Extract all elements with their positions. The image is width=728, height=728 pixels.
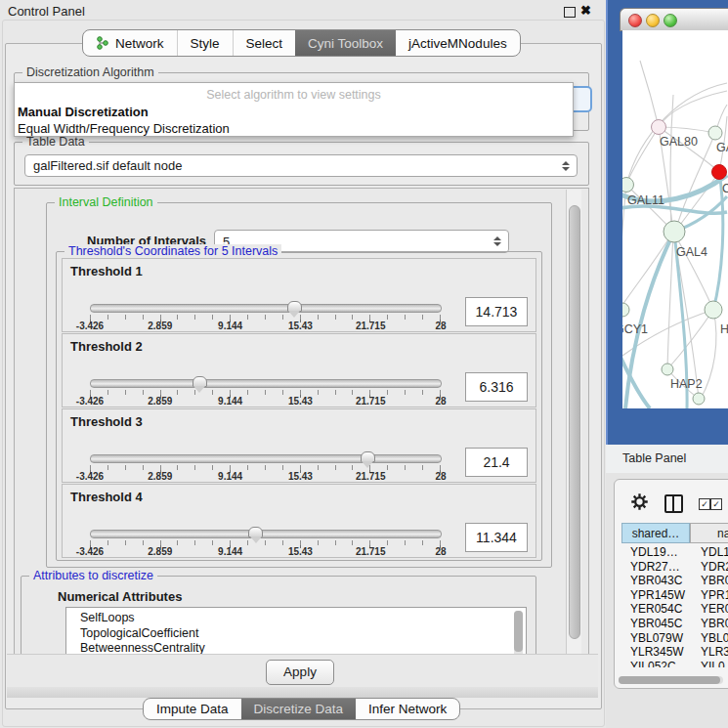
network-canvas[interactable]: GAL80 GA C GAL11 GAL4 GCY1 H HAP2	[622, 30, 728, 408]
network-node[interactable]	[662, 364, 673, 375]
close-icon[interactable]: ✖	[580, 3, 591, 18]
attribute-item[interactable]: SelfLoops	[66, 611, 526, 626]
threshold-value-field[interactable]: 11.344	[465, 523, 528, 552]
threshold-value-field[interactable]: 6.316	[465, 372, 528, 402]
threshold-slider[interactable]	[90, 304, 442, 313]
threshold-value-field[interactable]: 21.4	[465, 448, 528, 477]
tab-style[interactable]: Style	[177, 30, 233, 56]
group-title: Table Data	[22, 135, 89, 149]
scrollbar-thumb[interactable]	[619, 676, 720, 684]
table-cell: YDR27…	[630, 560, 680, 575]
table-cell: YDR2	[701, 560, 728, 575]
threshold-slider[interactable]	[90, 379, 442, 388]
threshold-value-field[interactable]: 14.713	[465, 297, 528, 326]
screen: Control Panel ✖ Network Style Select Cyn…	[0, 0, 728, 728]
tick-label: -3.426	[76, 396, 104, 407]
tab-network[interactable]: Network	[83, 30, 177, 56]
table-cell: YER0	[701, 602, 728, 617]
slider-thumb[interactable]	[361, 451, 375, 462]
slider-thumb[interactable]	[287, 301, 302, 312]
table-row[interactable]: YIL052CYIL0	[615, 660, 728, 667]
tab-label: Cyni Toolbox	[308, 36, 383, 51]
column-layout-icon[interactable]	[664, 494, 683, 513]
table-panel-titlebar: Table Panel	[606, 445, 728, 474]
slider-minor-ticks	[90, 540, 441, 545]
tab-discretize-data[interactable]: Discretize Data	[241, 699, 357, 719]
scrollbar-thumb[interactable]	[514, 611, 523, 652]
table-cell: YIL052C	[630, 660, 676, 667]
table-row[interactable]: YPR145WYPR1	[615, 588, 728, 603]
zoom-traffic-light-icon[interactable]	[664, 14, 677, 27]
dropdown-option-manual[interactable]: Manual Discretization	[15, 104, 573, 120]
tab-infer-network[interactable]: Infer Network	[356, 699, 459, 719]
dropdown-placeholder-option[interactable]: Select algorithm to view settings	[15, 83, 573, 104]
minimize-traffic-light-icon[interactable]	[646, 14, 660, 27]
threshold-slider[interactable]	[90, 530, 442, 538]
float-window-icon[interactable]	[564, 7, 576, 18]
slider-tick-labels: -3.4262.8599.14415.4321.71528	[90, 321, 441, 331]
column-header-shared-name[interactable]: shared…	[621, 523, 690, 543]
tick-label: 28	[435, 396, 446, 407]
network-window-titlebar[interactable]	[620, 8, 728, 31]
slider-thumb[interactable]	[193, 376, 207, 387]
tick-label: 2.859	[148, 546, 172, 557]
tab-cyni-toolbox[interactable]: Cyni Toolbox	[295, 30, 396, 56]
table-row[interactable]: YER054CYER0	[615, 602, 728, 617]
network-node[interactable]	[708, 126, 722, 140]
table-panel-title: Table Panel	[622, 451, 686, 465]
node-label: GAL11	[627, 193, 664, 207]
network-icon	[96, 36, 109, 50]
tick-label: 28	[435, 546, 446, 557]
close-traffic-light-icon[interactable]	[628, 14, 642, 27]
attribute-item[interactable]: TopologicalCoefficient	[66, 626, 526, 642]
threshold-slider[interactable]	[90, 454, 442, 463]
scrollbar-thumb[interactable]	[569, 205, 580, 639]
vertical-scrollbar[interactable]	[566, 190, 581, 654]
tab-impute-data[interactable]: Impute Data	[144, 699, 241, 719]
threshold-label: Threshold 4	[70, 490, 143, 504]
slider-thumb[interactable]	[248, 527, 263, 537]
threshold-row: Threshold 1 -3.4262.8599.14415.4321.7152…	[62, 258, 536, 332]
tick-label: 21.715	[356, 396, 386, 407]
table-cell: YLR345W	[630, 645, 684, 660]
table-data-combobox[interactable]: galFiltered.sif default node	[24, 154, 578, 177]
horizontal-scrollbar[interactable]	[619, 676, 723, 684]
network-node[interactable]	[664, 221, 685, 242]
table-header-row: shared… na	[615, 523, 728, 544]
control-panel-tabbar: Network Style Select Cyni Toolbox jActiv…	[82, 29, 521, 57]
table-cell: YBR0	[701, 574, 728, 588]
table-row[interactable]: YBR045CYBR0	[615, 617, 728, 631]
network-node[interactable]	[705, 301, 722, 319]
column-header-name[interactable]: na	[690, 523, 728, 543]
tick-label: 9.144	[218, 546, 242, 557]
table-row[interactable]: YDL19…YDL1	[615, 545, 728, 560]
numerical-attributes-label: Numerical Attributes	[58, 589, 182, 604]
checkbox-icon[interactable]: ✓	[699, 498, 710, 510]
list-scrollbar[interactable]	[514, 611, 523, 656]
tick-label: 15.43	[288, 546, 313, 557]
network-node[interactable]	[622, 178, 634, 193]
tick-label: -3.426	[76, 321, 104, 331]
table-row[interactable]: YLR345WYLR3	[615, 645, 728, 660]
node-label: GA	[716, 141, 728, 154]
tick-label: 2.859	[148, 396, 172, 407]
network-node-selected[interactable]	[712, 165, 727, 180]
tick-label: 21.715	[356, 471, 386, 482]
table-cell: YDL19…	[630, 545, 678, 560]
apply-button[interactable]: Apply	[266, 660, 334, 685]
checkbox-icon[interactable]: ✓	[710, 498, 722, 510]
network-node[interactable]	[622, 303, 629, 317]
network-node[interactable]	[652, 120, 666, 135]
tick-label: 21.715	[356, 546, 386, 557]
table-cell: YBR045C	[630, 617, 682, 631]
network-node[interactable]	[693, 393, 705, 405]
table-row[interactable]: YBL079WYBL0	[615, 631, 728, 646]
tab-jactivemnodules[interactable]: jActiveMNodules	[396, 30, 520, 56]
numerical-attributes-list[interactable]: SelfLoopsTopologicalCoefficientBetweenne…	[65, 607, 527, 656]
table-row[interactable]: YDR27…YDR2	[615, 560, 728, 575]
dropdown-option-equal-width[interactable]: Equal Width/Frequency Discretization	[15, 120, 573, 137]
algorithm-dropdown-popup: Select algorithm to view settings Manual…	[14, 82, 574, 137]
tab-select[interactable]: Select	[233, 30, 296, 56]
gear-icon[interactable]	[630, 492, 649, 515]
table-row[interactable]: YBR043CYBR0	[615, 574, 728, 588]
